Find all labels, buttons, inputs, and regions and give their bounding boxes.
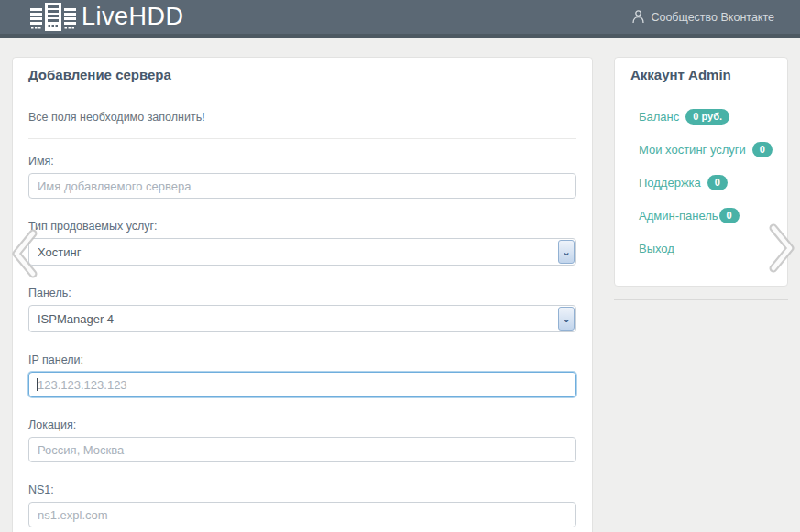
panel-ip-label: IP панели:	[28, 353, 576, 366]
logo[interactable]: LiveHDD	[27, 2, 184, 33]
divider	[614, 299, 788, 300]
location-label: Локация:	[28, 418, 576, 431]
panel-ip-input[interactable]	[28, 372, 576, 397]
server-racks-icon	[27, 2, 79, 33]
field-name: Имя:	[28, 155, 576, 199]
admin-panel-badge: 0	[719, 208, 740, 223]
field-ns1: NS1:	[28, 483, 576, 527]
service-type-select[interactable]: Хостинг ⌄	[28, 238, 576, 266]
account-panel-header: Аккаунт Admin	[615, 58, 787, 92]
text-cursor	[37, 378, 38, 391]
community-vk-link[interactable]: Сообщество Вконтакте	[632, 10, 774, 24]
balance-badge: 0 руб.	[685, 109, 729, 125]
form-note: Все поля необходимо заполнить!	[28, 111, 205, 124]
panel-label: Панель:	[28, 287, 576, 299]
add-server-panel: Добавление сервера Все поля необходимо з…	[12, 57, 593, 532]
sidebar-item-admin-panel[interactable]: Админ-панель 0	[639, 199, 778, 232]
support-badge: 0	[707, 175, 728, 190]
person-icon	[632, 10, 644, 24]
sidebar-item-support[interactable]: Поддержка 0	[639, 166, 778, 199]
field-panel-ip: IP панели:	[28, 353, 576, 397]
ns1-label: NS1:	[28, 483, 576, 496]
location-input[interactable]	[28, 437, 576, 462]
chevron-down-icon[interactable]: ⌄	[558, 240, 575, 264]
form-fields: Имя: Тип продоваемых услуг: Хостинг ⌄ Па…	[13, 139, 592, 532]
field-panel: Панель: ISPManager 4 ⌄	[28, 287, 576, 332]
ns1-input[interactable]	[28, 502, 576, 527]
field-location: Локация:	[28, 418, 576, 462]
field-service-type: Тип продоваемых услуг: Хостинг ⌄	[28, 220, 576, 266]
panel-select[interactable]: ISPManager 4 ⌄	[28, 305, 576, 332]
sidebar-item-logout[interactable]: Выход	[639, 232, 778, 265]
account-panel: Аккаунт Admin Баланс 0 руб. Мои хостинг …	[614, 57, 788, 287]
form-note-row: Все поля необходимо заполнить!	[13, 92, 592, 138]
panel-value: ISPManager 4	[38, 312, 114, 326]
service-type-value: Хостинг	[38, 245, 81, 259]
next-arrow-icon[interactable]	[766, 222, 797, 278]
hosting-services-badge: 0	[752, 142, 773, 157]
account-nav: Баланс 0 руб. Мои хостинг услуги 0 Подде…	[615, 92, 787, 265]
chevron-down-icon[interactable]: ⌄	[558, 307, 575, 331]
name-label: Имя:	[28, 155, 576, 168]
sidebar-item-balance[interactable]: Баланс 0 руб.	[639, 100, 778, 133]
sidebar-item-hosting-services[interactable]: Мои хостинг услуги 0	[639, 133, 778, 166]
panel-header: Добавление сервера	[13, 58, 592, 92]
logo-text: LiveHDD	[82, 5, 184, 29]
service-type-label: Тип продоваемых услуг:	[28, 220, 576, 233]
account-title: Аккаунт Admin	[630, 67, 731, 82]
name-input[interactable]	[28, 173, 576, 199]
community-vk-label: Сообщество Вконтакте	[651, 11, 774, 24]
page-title: Добавление сервера	[28, 67, 171, 82]
app-header: LiveHDD Сообщество Вконтакте	[0, 0, 800, 38]
prev-arrow-icon[interactable]	[9, 227, 40, 284]
